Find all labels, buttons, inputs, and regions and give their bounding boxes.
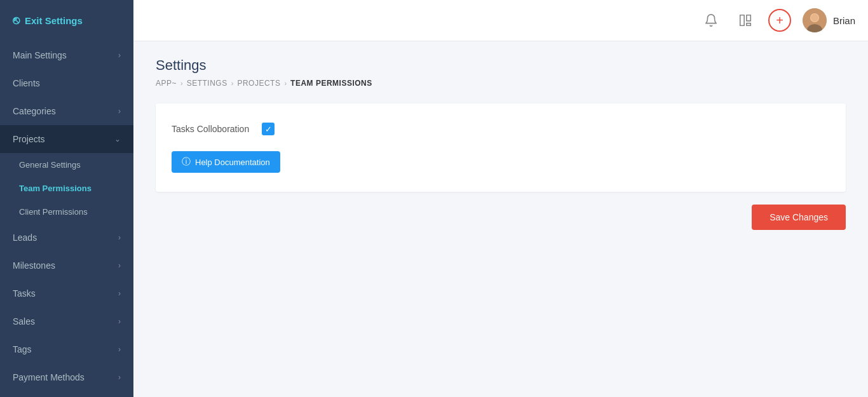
breadcrumb-settings: SETTINGS xyxy=(187,79,227,88)
sidebar-item-clients[interactable]: Clients xyxy=(0,69,133,97)
sidebar-label-main-settings: Main Settings xyxy=(13,50,67,60)
sidebar-item-milestones[interactable]: Milestones › xyxy=(0,252,133,279)
chevron-down-icon: ⌄ xyxy=(114,135,121,144)
svg-rect-1 xyxy=(747,15,750,21)
sidebar-label-milestones: Milestones xyxy=(13,260,55,271)
svg-rect-2 xyxy=(747,24,750,26)
sidebar-label-payment-methods: Payment Methods xyxy=(13,372,85,382)
exit-icon: ⎋ xyxy=(13,14,20,27)
help-btn-label: Help Documentation xyxy=(195,158,270,167)
chevron-icon: › xyxy=(118,289,121,298)
user-area[interactable]: Brian xyxy=(803,8,855,32)
layout-button[interactable] xyxy=(734,9,757,32)
svg-rect-0 xyxy=(740,15,744,26)
breadcrumb-sep-2: › xyxy=(231,79,234,87)
page-title: Settings xyxy=(156,57,846,74)
sidebar-label-tasks: Tasks xyxy=(13,288,36,299)
sidebar-label-sales: Sales xyxy=(13,316,35,326)
username-label: Brian xyxy=(833,15,855,26)
chevron-icon: › xyxy=(118,261,121,270)
checkmark-icon: ✓ xyxy=(265,125,272,133)
topbar-left: ⎋ Exit Settings xyxy=(0,0,133,41)
tasks-collab-label: Tasks Colloboration xyxy=(172,124,249,134)
chevron-icon: › xyxy=(118,373,121,382)
breadcrumb: APP~ › SETTINGS › PROJECTS › TEAM PERMIS… xyxy=(156,79,846,88)
svg-point-6 xyxy=(811,14,818,22)
save-btn-container: Save Changes xyxy=(156,205,846,230)
sidebar-subitem-label-team: Team Permissions xyxy=(19,184,92,193)
sidebar-item-payment-methods[interactable]: Payment Methods › xyxy=(0,363,133,391)
breadcrumb-sep-1: › xyxy=(180,79,183,87)
settings-card: Tasks Colloboration ✓ ⓘ Help Documentati… xyxy=(156,104,846,192)
chevron-icon: › xyxy=(118,345,121,354)
topbar: ⎋ Exit Settings + xyxy=(0,0,868,41)
save-changes-button[interactable]: Save Changes xyxy=(752,205,846,230)
tasks-collab-row: Tasks Colloboration ✓ xyxy=(172,123,830,135)
sidebar-item-main-settings[interactable]: Main Settings › xyxy=(0,41,133,69)
sidebar-label-categories: Categories xyxy=(13,106,56,116)
chevron-icon: › xyxy=(118,233,121,242)
chevron-icon: › xyxy=(118,51,121,60)
sidebar-subitem-team-permissions[interactable]: Team Permissions xyxy=(0,177,133,200)
help-documentation-button[interactable]: ⓘ Help Documentation xyxy=(172,151,280,173)
topbar-right: + Brian xyxy=(700,8,855,32)
plus-icon: + xyxy=(776,13,783,28)
content-inner: Settings APP~ › SETTINGS › PROJECTS › TE… xyxy=(133,41,868,246)
breadcrumb-projects: PROJECTS xyxy=(237,79,280,88)
chevron-icon: › xyxy=(118,317,121,326)
bell-icon xyxy=(704,13,718,27)
sidebar-subitem-general-settings[interactable]: General Settings xyxy=(0,153,133,177)
sidebar: Main Settings › Clients Categories › Pro… xyxy=(0,41,133,397)
main-layout: Main Settings › Clients Categories › Pro… xyxy=(0,41,868,397)
sidebar-subitem-label-general: General Settings xyxy=(19,160,81,170)
sidebar-item-tasks[interactable]: Tasks › xyxy=(0,279,133,307)
sidebar-label-clients: Clients xyxy=(13,78,40,88)
notifications-button[interactable] xyxy=(700,9,722,32)
content-area: Settings APP~ › SETTINGS › PROJECTS › TE… xyxy=(133,41,868,397)
avatar xyxy=(803,8,827,32)
chevron-icon: › xyxy=(118,107,121,116)
sidebar-item-categories[interactable]: Categories › xyxy=(0,97,133,125)
info-icon: ⓘ xyxy=(182,156,191,168)
avatar-svg xyxy=(803,8,827,32)
sidebar-label-leads: Leads xyxy=(13,232,37,243)
sidebar-subitem-client-permissions[interactable]: Client Permissions xyxy=(0,200,133,224)
exit-settings-button[interactable]: ⎋ Exit Settings xyxy=(13,14,83,27)
sidebar-subitem-label-client: Client Permissions xyxy=(19,207,88,217)
sidebar-item-projects[interactable]: Projects ⌄ xyxy=(0,125,133,153)
add-button[interactable]: + xyxy=(768,9,791,32)
sidebar-label-projects: Projects xyxy=(13,134,45,144)
exit-settings-label: Exit Settings xyxy=(25,15,83,26)
layout-icon xyxy=(738,13,752,27)
breadcrumb-app: APP~ xyxy=(156,79,177,88)
breadcrumb-current: TEAM PERMISSIONS xyxy=(290,79,372,88)
tasks-collab-checkbox[interactable]: ✓ xyxy=(262,123,275,135)
breadcrumb-sep-3: › xyxy=(284,79,287,87)
sidebar-label-tags: Tags xyxy=(13,344,32,354)
sidebar-item-sales[interactable]: Sales › xyxy=(0,307,133,335)
sidebar-item-leads[interactable]: Leads › xyxy=(0,224,133,252)
sidebar-item-tags[interactable]: Tags › xyxy=(0,335,133,363)
